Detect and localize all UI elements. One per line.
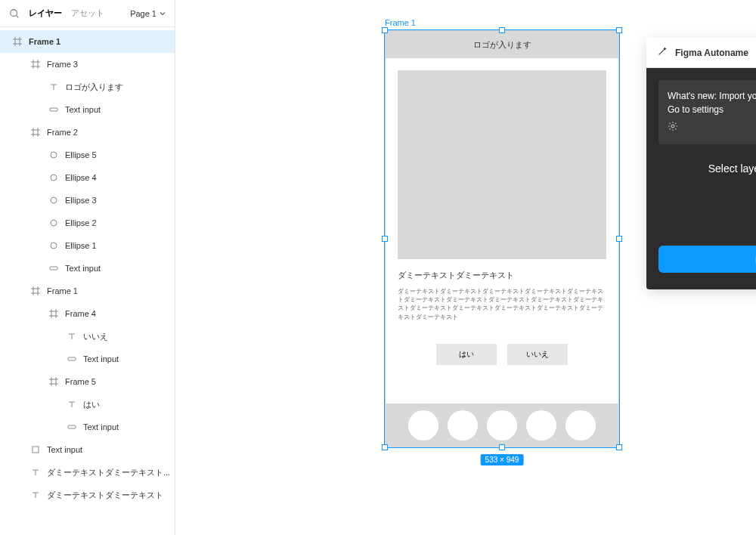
svg-point-17 <box>51 152 57 158</box>
layers-panel: レイヤー アセット Page 1 Frame 1Frame 3ロゴが入りますTe… <box>0 0 175 535</box>
text-icon <box>67 399 77 410</box>
layer-row[interactable]: Frame 3 <box>0 53 175 76</box>
search-icon[interactable] <box>9 8 20 19</box>
layer-label: Frame 2 <box>47 128 78 137</box>
design-footer <box>385 404 619 447</box>
design-title: ダミーテキストダミーテキスト <box>398 270 606 281</box>
layer-label: Frame 1 <box>29 37 60 46</box>
layer-label: Ellipse 1 <box>65 241 97 250</box>
footer-circle <box>526 410 556 441</box>
svg-point-18 <box>51 175 57 181</box>
frame-icon <box>48 308 59 319</box>
panel-header: レイヤー アセット Page 1 <box>0 0 175 27</box>
frame-icon <box>30 286 41 296</box>
tab-layers[interactable]: レイヤー <box>29 8 62 19</box>
layer-row[interactable]: ロゴが入ります <box>0 76 175 98</box>
frame-icon <box>30 127 41 138</box>
ellipse-icon <box>48 218 59 228</box>
frame-icon <box>12 36 23 47</box>
frame-container[interactable]: ロゴが入ります ダミーテキストダミーテキスト ダミーテキストダミーテキストダミー… <box>385 30 619 447</box>
layer-tree: Frame 1Frame 3ロゴが入りますText inputFrame 2El… <box>0 27 175 535</box>
ellipse-icon <box>48 172 59 183</box>
layer-row[interactable]: Frame 1 <box>0 30 175 53</box>
layer-label: Text input <box>47 445 82 454</box>
plugin-instruction: Select layers and press "Name" <box>658 162 756 175</box>
chevron-down-icon <box>160 11 166 17</box>
design-buttons: はい いいえ <box>398 344 606 365</box>
layer-label: Ellipse 5 <box>65 150 97 159</box>
layer-row[interactable]: ダミーテキストダミーテキスト... <box>0 461 175 484</box>
design-frame: ロゴが入ります ダミーテキストダミーテキスト ダミーテキストダミーテキストダミー… <box>385 30 619 447</box>
footer-circle <box>487 410 517 441</box>
layer-label: Text input <box>65 105 101 114</box>
design-body-text: ダミーテキストダミーテキストダミーテキストダミーテキストダミーテキストダミーテキ… <box>398 287 606 321</box>
rect-icon <box>30 444 41 455</box>
layer-row[interactable]: Ellipse 5 <box>0 144 175 166</box>
layer-row[interactable]: Ellipse 3 <box>0 189 175 212</box>
layer-row[interactable]: Text input <box>0 348 175 370</box>
ellipse-icon <box>48 150 59 160</box>
layer-row[interactable]: Text input <box>0 98 175 121</box>
canvas[interactable]: Frame 1 ロゴが入ります ダミーテキストダミーテキスト ダミーテキストダミ… <box>175 0 756 535</box>
design-yes-button: はい <box>436 344 497 365</box>
frame-icon <box>48 376 59 387</box>
page-selector[interactable]: Page 1 <box>130 9 166 18</box>
layer-row[interactable]: Text input <box>0 257 175 280</box>
name-button[interactable]: Name <box>658 246 756 273</box>
logo-text: ロゴが入ります <box>473 39 531 51</box>
text-icon <box>48 82 59 92</box>
layer-row[interactable]: Ellipse 1 <box>0 234 175 257</box>
ellipse-icon <box>48 195 59 206</box>
plugin-titlebar[interactable]: Figma Autoname <box>646 38 756 68</box>
design-body: ダミーテキストダミーテキスト ダミーテキストダミーテキストダミーテキストダミーテ… <box>386 58 618 377</box>
layer-label: Text input <box>83 354 119 363</box>
plugin-actions: Name <box>658 246 756 273</box>
plugin-body: What's new: Import your own Teachable Ma… <box>646 68 756 289</box>
text-icon <box>30 467 41 478</box>
layer-row[interactable]: Text input <box>0 438 175 461</box>
plugin-panel[interactable]: Figma Autoname What's new: Import your o… <box>646 38 756 289</box>
layer-label: ロゴが入ります <box>65 82 123 93</box>
layer-row[interactable]: Frame 2 <box>0 121 175 144</box>
layer-row[interactable]: Frame 5 <box>0 370 175 393</box>
plugin-wand-illustration <box>658 188 756 218</box>
layer-row[interactable]: いいえ <box>0 325 175 348</box>
frame-label[interactable]: Frame 1 <box>385 18 416 27</box>
banner-text: What's new: Import your own Teachable Ma… <box>668 89 756 116</box>
layer-row[interactable]: Ellipse 2 <box>0 212 175 234</box>
frame-icon <box>30 59 41 70</box>
svg-rect-22 <box>50 267 57 270</box>
layer-label: ダミーテキストダミーテキスト <box>47 490 163 501</box>
layer-label: はい <box>83 399 100 410</box>
layer-label: いいえ <box>83 331 108 342</box>
plugin-title: Figma Autoname <box>675 48 748 58</box>
tab-assets[interactable]: アセット <box>71 8 104 19</box>
layer-row[interactable]: Frame 1 <box>0 280 175 302</box>
svg-rect-12 <box>50 108 57 111</box>
svg-point-20 <box>51 220 57 226</box>
footer-circle <box>448 410 478 441</box>
layer-row[interactable]: Ellipse 4 <box>0 166 175 189</box>
text-icon <box>30 490 41 500</box>
design-no-button: いいえ <box>507 344 568 365</box>
layer-row[interactable]: はい <box>0 393 175 416</box>
layer-label: Frame 3 <box>47 60 78 69</box>
layer-row[interactable]: Frame 4 <box>0 302 175 325</box>
layer-label: Text input <box>83 422 119 431</box>
svg-rect-40 <box>68 425 76 428</box>
layer-label: Frame 5 <box>65 377 96 386</box>
ellipse-icon <box>48 240 59 251</box>
input-icon <box>67 422 77 432</box>
input-icon <box>67 354 77 364</box>
layer-label: Ellipse 2 <box>65 218 97 227</box>
layer-row[interactable]: Text input <box>0 416 175 438</box>
text-icon <box>67 331 77 342</box>
page-label: Page 1 <box>130 9 156 18</box>
gear-icon <box>668 121 678 135</box>
layer-row[interactable]: ダミーテキストダミーテキスト <box>0 484 175 506</box>
svg-line-1 <box>17 15 19 17</box>
svg-point-19 <box>51 197 57 203</box>
svg-line-46 <box>659 49 665 54</box>
input-icon <box>48 104 59 115</box>
layer-label: Ellipse 4 <box>65 173 97 182</box>
